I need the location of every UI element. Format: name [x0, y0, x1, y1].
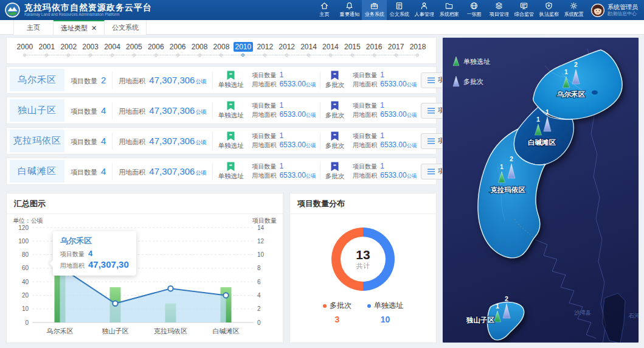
tab-label: 公文系统: [112, 23, 139, 32]
app-logo: 克拉玛依市自然资源政务云平台 Karamay Land and Resource…: [0, 2, 152, 18]
nav-item-label: 系统档案: [439, 11, 459, 18]
legend-item-多批次[interactable]: 多批次3: [323, 301, 351, 324]
year-dot[interactable]: [80, 54, 102, 57]
year-dot[interactable]: [298, 54, 320, 57]
svg-text:2: 2: [510, 155, 513, 162]
nav-item-bell[interactable]: 重要通知: [337, 0, 362, 20]
year-item-2001[interactable]: 2001: [36, 41, 58, 52]
district-name: 白碱滩区: [10, 160, 64, 183]
year-dot[interactable]: [58, 54, 80, 57]
year-label: 2017: [386, 42, 406, 52]
svg-text:120: 120: [18, 224, 29, 231]
year-item-2005[interactable]: 2005: [123, 41, 145, 52]
year-dot[interactable]: [341, 54, 363, 57]
year-dot[interactable]: [363, 54, 385, 57]
nav-item-user[interactable]: 人事管理: [412, 0, 437, 20]
year-item-2014[interactable]: 2014: [319, 41, 341, 52]
nav-item-briefcase[interactable]: 业务系统: [362, 0, 387, 20]
district-row-克拉玛依区: 克拉玛依区 项目数量4 用地面积47,307,306公顷 单独选址 项目数量1 …: [6, 127, 437, 155]
svg-text:60: 60: [22, 265, 29, 271]
tooltip-area-value: 47,307,30: [88, 259, 129, 270]
year-dot[interactable]: [232, 54, 254, 57]
layers-icon: [494, 2, 504, 10]
year-item-2015[interactable]: 2015: [341, 41, 363, 52]
year-dot[interactable]: [102, 54, 123, 57]
summary-chart-title: 汇总图示: [7, 193, 283, 214]
list-icon: [428, 138, 435, 144]
year-item-2014[interactable]: 2014: [298, 41, 320, 52]
year-label: 2001: [36, 42, 57, 52]
year-dot[interactable]: [319, 54, 341, 57]
svg-text:沙湾县: 沙湾县: [574, 310, 591, 316]
year-dot[interactable]: [276, 54, 298, 57]
top-nav: 主页重要通知业务系统公文系统人事管理系统档案一张图项目管理综合监管执法监察系统配…: [312, 0, 586, 20]
nav-item-label: 公文系统: [389, 11, 409, 18]
user-menu[interactable]: 系统管理员 勘测信息中心: [586, 4, 644, 17]
svg-text:2: 2: [505, 295, 508, 302]
chart-tooltip: 乌尔禾区 项目数量 4 用地面积 47,307,30: [53, 231, 136, 276]
svg-text:石河子: 石河子: [628, 313, 639, 319]
year-dot[interactable]: [189, 54, 210, 57]
year-item-2010[interactable]: 2010: [232, 41, 254, 52]
multi-batch-column: 多批次: [320, 101, 350, 120]
year-item-2018[interactable]: 2018: [407, 41, 429, 52]
year-item-2000[interactable]: 2000: [14, 41, 36, 52]
nav-item-document[interactable]: 公文系统: [387, 0, 412, 20]
multi-batch-flag-icon: [331, 71, 339, 80]
year-item-2002[interactable]: 2002: [58, 41, 80, 52]
legend-dot: [323, 304, 327, 308]
district-name: 独山子区: [10, 99, 64, 122]
line-point-白碱滩区[interactable]: [223, 293, 228, 298]
svg-text:8: 8: [257, 265, 261, 271]
tab-label: 选址类型: [61, 24, 88, 33]
line-point-克拉玛依区[interactable]: [168, 286, 173, 291]
shield-icon: [544, 2, 553, 10]
svg-text:14: 14: [257, 224, 265, 231]
district-row-乌尔禾区: 乌尔禾区 项目数量2 用地面积47,307,306公顷 单独选址 项目数量1 用…: [6, 66, 437, 94]
tab-主页[interactable]: 主页: [13, 20, 54, 35]
svg-text:4: 4: [257, 292, 261, 299]
nav-item-layers[interactable]: 项目管理: [486, 0, 511, 20]
year-item-2006[interactable]: 2006: [167, 41, 189, 52]
year-item-2012[interactable]: 2012: [276, 41, 298, 52]
nav-item-home[interactable]: 主页: [312, 0, 337, 20]
nav-item-monitor[interactable]: 综合监管: [511, 0, 536, 20]
x-category-label: 独山子区: [102, 327, 129, 335]
nav-item-label: 人事管理: [414, 11, 434, 18]
year-dot[interactable]: [123, 54, 145, 57]
legend-value: 3: [335, 315, 340, 324]
year-item-2008[interactable]: 2008: [189, 41, 210, 52]
year-item-2008[interactable]: 2008: [210, 41, 232, 52]
single-site-flag-icon: [227, 162, 235, 172]
district-project-count: 项目数量4: [64, 105, 112, 116]
year-dot[interactable]: [14, 54, 36, 57]
donut-total-label: 共计: [356, 262, 370, 271]
year-dot[interactable]: [254, 54, 276, 57]
year-item-2016[interactable]: 2016: [363, 41, 385, 52]
year-item-2012[interactable]: 2012: [254, 41, 276, 52]
year-dot[interactable]: [36, 54, 58, 57]
tab-公文系统[interactable]: 公文系统: [105, 20, 147, 35]
year-item-2003[interactable]: 2003: [80, 41, 102, 52]
legend-multi-cone-icon[interactable]: [453, 76, 459, 86]
legend-single-cone-icon[interactable]: [453, 57, 459, 66]
year-item-2017[interactable]: 2017: [385, 41, 407, 52]
year-dot[interactable]: [167, 54, 189, 57]
year-label: 2012: [255, 42, 275, 52]
nav-item-globe[interactable]: 一张图: [462, 0, 486, 20]
tab-close-icon[interactable]: ✕: [91, 24, 97, 32]
line-point-独山子区[interactable]: [113, 301, 117, 306]
year-item-2004[interactable]: 2004: [102, 41, 123, 52]
single-site-stats: 项目数量1 用地面积6533.00公顷: [248, 101, 319, 120]
year-dot[interactable]: [210, 54, 232, 57]
legend-item-单独选址[interactable]: 单独选址10: [367, 301, 403, 324]
tab-选址类型[interactable]: 选址类型✕: [54, 20, 105, 35]
year-item-2006[interactable]: 2006: [145, 41, 167, 52]
nav-item-folder[interactable]: 系统档案: [437, 0, 462, 20]
year-dot[interactable]: [407, 54, 429, 57]
nav-item-shield[interactable]: 执法监察: [536, 0, 561, 20]
year-dot[interactable]: [385, 54, 407, 57]
nav-item-gear[interactable]: 系统配置: [561, 0, 586, 20]
multi-batch-flag-icon: [331, 101, 339, 111]
year-dot[interactable]: [145, 54, 167, 57]
